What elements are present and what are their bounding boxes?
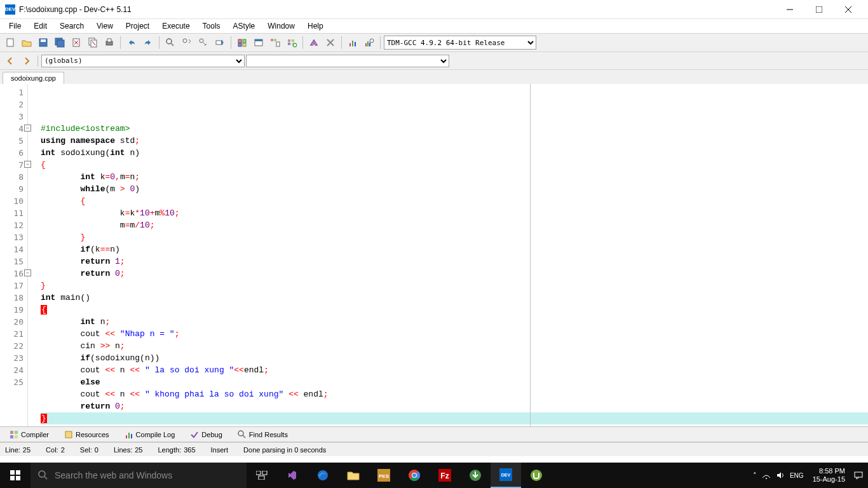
svg-rect-42 (365, 43, 367, 46)
find-button[interactable] (163, 35, 178, 50)
svg-rect-31 (276, 42, 280, 46)
chrome-icon[interactable] (399, 463, 430, 488)
svg-rect-40 (352, 41, 353, 46)
menu-project[interactable]: Project (121, 20, 154, 32)
compiler-select[interactable]: TDM-GCC 4.9.2 64-bit Release (384, 36, 536, 50)
menu-execute[interactable]: Execute (157, 20, 194, 32)
svg-rect-50 (65, 431, 72, 438)
file-tab[interactable]: sodoixung.cpp (3, 72, 64, 84)
compile-run-button[interactable] (268, 35, 283, 50)
code-editor[interactable]: 1234−567−8910111213141516−17181920212223… (0, 84, 868, 427)
svg-line-61 (44, 477, 47, 479)
menu-tools[interactable]: Tools (198, 20, 226, 32)
task-view-icon[interactable] (247, 463, 277, 488)
svg-rect-41 (355, 42, 356, 46)
menubar: FileEditSearchViewProjectExecuteToolsASt… (0, 19, 868, 33)
svg-text:DEV: DEV (501, 473, 511, 477)
titlebar: DEV F:\sodoixung.cpp - Dev-C++ 5.11 (0, 0, 868, 19)
tray-chevron-icon[interactable]: ˄ (753, 471, 757, 480)
bottom-tab-debug[interactable]: Debug (183, 428, 229, 442)
search-icon (238, 430, 247, 439)
redo-button[interactable] (140, 35, 156, 50)
close-file-button[interactable] (69, 35, 84, 50)
save-button[interactable] (36, 35, 51, 50)
svg-rect-33 (292, 39, 294, 42)
new-file-button[interactable] (3, 35, 18, 50)
fold-toggle[interactable]: − (24, 161, 31, 168)
language-icon[interactable]: ENG (790, 472, 804, 479)
rebuild-button[interactable] (284, 35, 299, 50)
menu-help[interactable]: Help (302, 20, 329, 32)
svg-point-19 (183, 39, 187, 43)
debug-button[interactable] (306, 35, 322, 50)
volume-icon[interactable] (776, 471, 785, 480)
taskbar-clock[interactable]: 8:58 PM 15-Aug-15 (809, 467, 849, 484)
window-title: F:\sodoixung.cpp - Dev-C++ 5.11 (19, 5, 775, 14)
minimize-button[interactable] (775, 0, 804, 19)
action-center-icon[interactable] (854, 471, 863, 480)
menu-search[interactable]: Search (55, 20, 89, 32)
svg-rect-44 (369, 43, 370, 46)
open-button[interactable] (19, 35, 34, 50)
find-next-button[interactable] (196, 35, 211, 50)
edge-icon[interactable] (308, 463, 338, 488)
filezilla-icon[interactable]: Fz (430, 463, 460, 488)
svg-rect-59 (16, 476, 20, 480)
visual-studio-icon[interactable] (277, 463, 308, 488)
network-icon[interactable] (762, 471, 771, 480)
bottom-tab-resources[interactable]: Resources (57, 428, 116, 442)
svg-rect-24 (243, 39, 246, 43)
save-all-button[interactable] (52, 35, 67, 50)
svg-rect-46 (10, 431, 13, 434)
replace-button[interactable] (179, 35, 194, 50)
bottom-tab-compile-log[interactable]: Compile Log (118, 428, 182, 442)
devcpp-taskbar-icon[interactable]: DEV (491, 463, 521, 488)
start-button[interactable] (0, 463, 31, 488)
menu-astyle[interactable]: AStyle (228, 20, 261, 32)
svg-rect-53 (131, 434, 132, 438)
compile-button[interactable] (234, 35, 250, 50)
code-area[interactable]: #include<iostream>using namespace std;in… (37, 84, 868, 426)
menu-view[interactable]: View (92, 20, 118, 32)
stop-button[interactable] (323, 35, 338, 50)
svg-rect-1 (816, 6, 822, 13)
system-tray[interactable]: ˄ ENG 8:58 PM 15-Aug-15 (748, 467, 868, 484)
svg-rect-47 (15, 431, 18, 434)
close-all-button[interactable] (85, 35, 100, 50)
svg-rect-62 (256, 471, 261, 475)
profile-analysis-button[interactable] (362, 35, 377, 50)
menu-edit[interactable]: Edit (29, 20, 52, 32)
file-explorer-icon[interactable] (338, 463, 369, 488)
goto-button[interactable] (212, 35, 227, 50)
svg-rect-30 (274, 39, 276, 41)
idm-icon[interactable] (460, 463, 491, 488)
run-button[interactable] (251, 35, 266, 50)
member-select[interactable] (246, 55, 449, 67)
svg-rect-28 (255, 39, 262, 41)
close-button[interactable] (834, 0, 863, 19)
svg-rect-16 (107, 39, 111, 42)
svg-rect-29 (271, 39, 273, 41)
maximize-button[interactable] (804, 0, 834, 19)
menu-window[interactable]: Window (262, 20, 300, 32)
menu-file[interactable]: File (4, 20, 26, 32)
fold-toggle[interactable]: − (24, 125, 31, 132)
bottom-tab-compiler[interactable]: Compiler (3, 428, 56, 442)
fold-toggle[interactable]: − (24, 269, 31, 276)
back-button[interactable] (3, 53, 18, 69)
taskbar-search[interactable]: Search the web and Windows (31, 463, 247, 488)
print-button[interactable] (102, 35, 117, 50)
profile-button[interactable] (345, 35, 360, 50)
scope-select[interactable]: (globals) (41, 55, 245, 67)
bottom-tabs: CompilerResourcesCompile LogDebugFind Re… (0, 427, 868, 442)
utorrent-icon[interactable] (521, 463, 552, 488)
svg-rect-43 (367, 41, 369, 46)
svg-rect-32 (288, 39, 290, 42)
svg-point-20 (200, 39, 203, 43)
forward-button[interactable] (19, 53, 34, 69)
pes-icon[interactable]: PES (369, 463, 399, 488)
bottom-tab-find-results[interactable]: Find Results (231, 428, 295, 442)
svg-rect-8 (57, 40, 64, 47)
undo-button[interactable] (124, 35, 139, 50)
chart-icon (125, 430, 133, 439)
